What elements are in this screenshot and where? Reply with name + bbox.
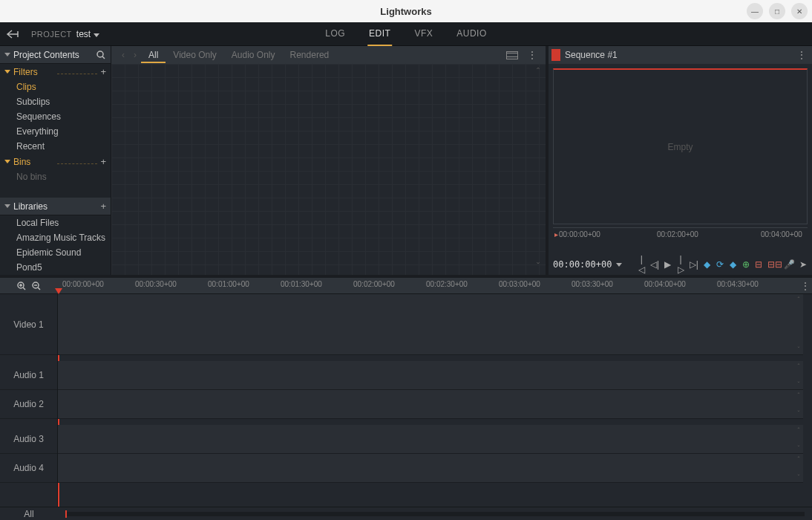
- track-a1[interactable]: ˆˇ: [58, 361, 803, 390]
- track-collapse-icon[interactable]: ˆ: [794, 296, 803, 303]
- zoom-in-button[interactable]: [16, 281, 27, 291]
- sidebar-item-sequences[interactable]: Sequences: [0, 109, 111, 124]
- track-expand-icon[interactable]: ˇ: [794, 380, 803, 388]
- timeline-ruler[interactable]: 00:00:00+0000:00:30+0000:01:00+0000:01:3…: [58, 278, 797, 293]
- preview-panel: Sequence #1 ⋮ Empty ▸ 00:00:00+00 00:02:…: [546, 46, 812, 275]
- ruler-tick: 00:03:30+00: [572, 280, 613, 288]
- filters-section[interactable]: Filters+: [0, 64, 111, 79]
- delete-button[interactable]: ⊟⊟: [767, 259, 779, 270]
- track-expand-icon[interactable]: ˇ: [794, 409, 803, 417]
- timeline-menu-button[interactable]: ⋮: [797, 280, 813, 292]
- play-button[interactable]: ▶: [664, 259, 672, 270]
- track-collapse-icon[interactable]: ˆ: [794, 363, 803, 370]
- track-expand-icon[interactable]: ˇ: [794, 444, 803, 452]
- sidebar-item-localfiles[interactable]: Local Files: [0, 215, 111, 230]
- goto-end-button[interactable]: ▷|: [690, 259, 698, 270]
- content-next-button[interactable]: ›: [129, 50, 141, 60]
- mark-in-button[interactable]: ◆: [703, 259, 711, 270]
- track-expand-icon[interactable]: ˇ: [794, 473, 803, 481]
- track-label-a2[interactable]: Audio 2: [0, 390, 57, 419]
- tab-audio[interactable]: AUDIO: [455, 22, 488, 46]
- track-label-a1[interactable]: Audio 1: [0, 361, 57, 390]
- content-tab-all[interactable]: All: [141, 47, 166, 63]
- track-expand-icon[interactable]: ˇ: [794, 345, 803, 353]
- content-grid[interactable]: ˆˇ: [111, 64, 546, 275]
- ruler-tick: 00:02:30+00: [426, 280, 468, 288]
- bins-section[interactable]: Bins+: [0, 154, 111, 169]
- preview-menu-button[interactable]: ⋮: [793, 49, 809, 61]
- zoom-out-button[interactable]: [31, 281, 42, 291]
- window-minimize-button[interactable]: —: [747, 3, 763, 19]
- preview-ruler-in-marker[interactable]: ▸: [554, 230, 558, 238]
- scroll-up-icon[interactable]: ˆ: [537, 67, 544, 77]
- sidebar-header[interactable]: Project Contents: [0, 46, 111, 64]
- tab-log[interactable]: LOG: [324, 22, 347, 46]
- project-dropdown[interactable]: test: [76, 29, 102, 39]
- libraries-header[interactable]: Libraries+: [0, 198, 111, 215]
- track-collapse-icon[interactable]: ˆ: [794, 391, 803, 399]
- timecode-display[interactable]: 00:00:00+00: [553, 259, 612, 270]
- ruler-tick: 00:04:30+00: [717, 280, 759, 288]
- content-prev-button[interactable]: ‹: [117, 50, 129, 60]
- add-filter-button[interactable]: +: [100, 66, 106, 77]
- search-icon[interactable]: [96, 50, 106, 60]
- content-tab-audio[interactable]: Audio Only: [224, 47, 283, 63]
- sidebar-item-clips[interactable]: Clips: [0, 79, 111, 94]
- content-tab-rendered[interactable]: Rendered: [283, 47, 337, 63]
- scroll-down-icon[interactable]: ˇ: [537, 261, 544, 272]
- sidebar-item-subclips[interactable]: Subclips: [0, 94, 111, 109]
- sidebar-item-pond5[interactable]: Pond5: [0, 260, 111, 275]
- libraries-label: Libraries: [13, 201, 100, 212]
- track-v1[interactable]: ˆˇ: [58, 294, 803, 355]
- ruler-tick: 00:04:00+00: [644, 280, 686, 288]
- track-label-v1[interactable]: Video 1: [0, 294, 57, 355]
- tab-edit[interactable]: EDIT: [367, 22, 392, 46]
- mark-out-button[interactable]: ◆: [729, 259, 737, 270]
- timecode-dropdown[interactable]: [616, 263, 622, 267]
- clear-marks-button[interactable]: ⟳: [716, 259, 724, 270]
- window-close-button[interactable]: ✕: [791, 3, 808, 19]
- sidebar: Project Contents Filters+ Clips Subclips…: [0, 46, 111, 275]
- sidebar-item-epidemic[interactable]: Epidemic Sound: [0, 245, 111, 260]
- insert-button[interactable]: ⊕: [741, 259, 750, 270]
- goto-start-button[interactable]: |◁: [638, 254, 646, 275]
- track-a3[interactable]: ˆˇ: [58, 425, 803, 454]
- track-a4[interactable]: ˆˇ: [58, 454, 803, 483]
- content-menu-button[interactable]: ⋮: [524, 49, 540, 61]
- add-bin-button[interactable]: +: [100, 156, 106, 167]
- bins-label: Bins: [13, 157, 54, 167]
- sidebar-item-nobins: No bins: [0, 169, 111, 184]
- timeline-hscroll[interactable]: [65, 512, 805, 516]
- topbar: PROJECT test LOG EDIT VFX AUDIO: [0, 22, 812, 46]
- sequence-marker-icon: [551, 49, 560, 61]
- tab-vfx[interactable]: VFX: [413, 22, 434, 46]
- track-a2[interactable]: ˆˇ: [58, 390, 803, 419]
- track-collapse-icon[interactable]: ˆ: [794, 455, 803, 463]
- ruler-tick: 00:02:00+00: [353, 280, 395, 288]
- content-tab-video[interactable]: Video Only: [166, 47, 223, 63]
- sequence-title[interactable]: Sequence #1: [565, 50, 793, 60]
- timeline-all-label[interactable]: All: [0, 509, 58, 519]
- step-forward-button[interactable]: |▷: [677, 254, 685, 275]
- step-back-button[interactable]: ◁|: [650, 259, 659, 270]
- ruler-mark: 00:02:00+00: [657, 230, 698, 238]
- track-label-a4[interactable]: Audio 4: [0, 454, 57, 483]
- sidebar-item-amazing[interactable]: Amazing Music Tracks: [0, 230, 111, 245]
- share-button[interactable]: ➤: [799, 259, 808, 270]
- preview-ruler[interactable]: ▸ 00:00:00+00 00:02:00+00 00:04:00+00: [553, 227, 808, 242]
- window-title: Lightworks: [380, 6, 431, 17]
- add-library-button[interactable]: +: [100, 201, 106, 212]
- ruler-tick: 00:00:00+00: [62, 280, 104, 288]
- playhead-handle-icon[interactable]: [55, 288, 62, 294]
- track-label-a3[interactable]: Audio 3: [0, 425, 57, 454]
- list-view-icon[interactable]: [506, 51, 518, 59]
- back-button[interactable]: [0, 29, 27, 39]
- preview-screen[interactable]: Empty: [553, 68, 808, 224]
- voiceover-icon[interactable]: 🎤: [784, 259, 795, 270]
- track-collapse-icon[interactable]: ˆ: [794, 426, 803, 434]
- window-maximize-button[interactable]: □: [769, 3, 785, 19]
- sidebar-header-label: Project Contents: [13, 50, 96, 60]
- sidebar-item-everything[interactable]: Everything: [0, 124, 111, 139]
- sidebar-item-recent[interactable]: Recent: [0, 139, 111, 154]
- remove-button[interactable]: ⊟: [754, 259, 762, 270]
